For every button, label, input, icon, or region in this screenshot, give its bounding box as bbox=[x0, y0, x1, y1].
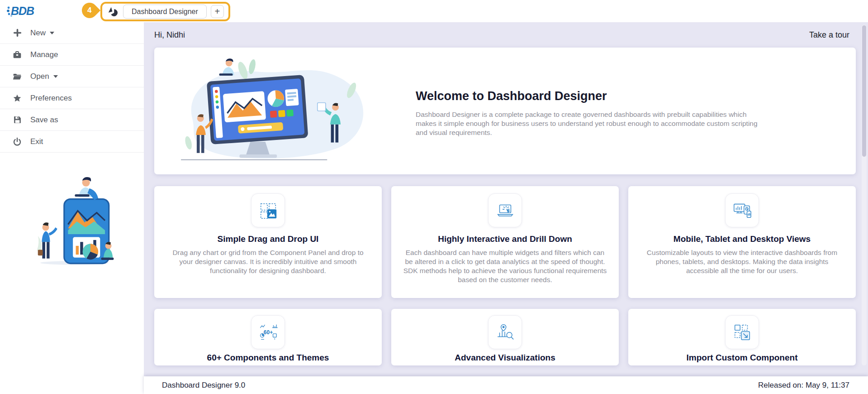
welcome-description: Dashboard Designer is a complete package… bbox=[416, 110, 759, 137]
power-icon bbox=[12, 137, 22, 147]
card-description: Drag any chart or grid from the Componen… bbox=[166, 248, 370, 275]
welcome-title: Welcome to Dashboard Designer bbox=[416, 89, 759, 103]
tab-label: Dashboard Designer bbox=[132, 8, 198, 16]
drag-drop-icon bbox=[251, 193, 285, 227]
sidebar-item-label: Exit bbox=[30, 137, 43, 146]
card-description: Each dashboard can have multiple widgets… bbox=[403, 248, 607, 284]
sidebar-item-save-as[interactable]: Save as bbox=[0, 109, 144, 131]
plus-icon bbox=[12, 28, 22, 38]
sidebar-item-label: New bbox=[30, 29, 46, 38]
bdb-logo[interactable]: BDB bbox=[6, 4, 42, 18]
card-device-views[interactable]: Mobile, Tablet and Desktop Views Customi… bbox=[628, 186, 856, 298]
components-count-glyph: 60+ bbox=[263, 329, 272, 336]
card-description: Evolve your dashboards and analyze data … bbox=[403, 365, 607, 365]
folder-icon bbox=[12, 72, 22, 82]
devices-icon bbox=[725, 193, 759, 227]
logo-text: BDB bbox=[11, 5, 34, 17]
import-component-icon bbox=[725, 315, 759, 349]
release-date-text: Released on: May 9, 11:37 bbox=[758, 381, 849, 390]
sidebar-item-new[interactable]: New bbox=[0, 22, 144, 44]
tab-strip-highlight: Dashboard Designer + bbox=[100, 2, 230, 21]
main-header: Hi, Nidhi Take a tour bbox=[154, 22, 856, 48]
scrollbar-thumb[interactable] bbox=[862, 25, 866, 157]
footer: Dashboard Designer 9.0 Released on: May … bbox=[144, 376, 868, 394]
card-advanced-visualizations[interactable]: Advanced Visualizations Evolve your dash… bbox=[391, 309, 619, 365]
tab-dashboard-designer[interactable]: Dashboard Designer bbox=[123, 5, 207, 19]
briefcase-icon bbox=[12, 50, 22, 60]
sidebar-item-manage[interactable]: Manage bbox=[0, 44, 144, 66]
advanced-visualizations-icon bbox=[488, 315, 522, 349]
sidebar-item-label: Preferences bbox=[30, 94, 72, 103]
main-content: Hi, Nidhi Take a tour bbox=[144, 22, 868, 376]
card-description: Incorporate any third party visualizatio… bbox=[640, 365, 844, 365]
dashboard-pie-icon bbox=[107, 6, 119, 18]
card-components-themes[interactable]: 60+ 60+ Components and Themes Check out … bbox=[154, 309, 382, 365]
card-simple-drag-drop[interactable]: Simple Drag and Drop UI Drag any chart o… bbox=[154, 186, 382, 298]
card-title: Simple Drag and Drop UI bbox=[166, 234, 370, 244]
save-icon bbox=[12, 115, 22, 125]
scrollbar-track[interactable] bbox=[862, 25, 867, 365]
card-import-custom-component[interactable]: Import Custom Component Incorporate any … bbox=[628, 309, 856, 365]
sidebar-item-label: Save as bbox=[30, 115, 58, 125]
sidebar-item-open[interactable]: Open bbox=[0, 66, 144, 87]
interactive-drilldown-icon bbox=[488, 193, 522, 227]
welcome-text-block: Welcome to Dashboard Designer Dashboard … bbox=[416, 48, 759, 174]
star-icon bbox=[12, 93, 22, 103]
app-version-text: Dashboard Designer 9.0 bbox=[162, 381, 245, 390]
card-title: Import Custom Component bbox=[640, 353, 844, 363]
tour-step-number: 4 bbox=[87, 6, 91, 15]
sidebar-item-label: Open bbox=[30, 72, 49, 81]
sidebar-item-exit[interactable]: Exit bbox=[0, 131, 144, 153]
sidebar: New Manage Open Preferences bbox=[0, 22, 144, 394]
card-title: Advanced Visualizations bbox=[403, 353, 607, 363]
welcome-card: Welcome to Dashboard Designer Dashboard … bbox=[154, 48, 856, 174]
card-highly-interactive[interactable]: Highly Interactive and Drill Down Each d… bbox=[391, 186, 619, 298]
feature-cards-row-1: Simple Drag and Drop UI Drag any chart o… bbox=[154, 186, 856, 298]
card-description: Customizable layouts to view the interac… bbox=[640, 248, 844, 275]
chevron-down-icon bbox=[53, 75, 58, 78]
greeting-text: Hi, Nidhi bbox=[154, 30, 185, 40]
tour-step-badge: 4 bbox=[79, 0, 100, 21]
card-description: Check out our exclusive range of visuali… bbox=[166, 365, 370, 365]
sidebar-item-preferences[interactable]: Preferences bbox=[0, 87, 144, 109]
add-tab-button[interactable]: + bbox=[211, 5, 224, 18]
sidebar-illustration bbox=[0, 169, 144, 266]
welcome-illustration bbox=[154, 48, 376, 174]
components-themes-icon: 60+ bbox=[251, 315, 285, 349]
card-title: Highly Interactive and Drill Down bbox=[403, 234, 607, 244]
sidebar-item-label: Manage bbox=[30, 50, 58, 59]
feature-cards-row-2: 60+ 60+ Components and Themes Check out … bbox=[154, 309, 856, 365]
take-a-tour-link[interactable]: Take a tour bbox=[809, 30, 849, 40]
chevron-down-icon bbox=[50, 32, 54, 34]
card-title: 60+ Components and Themes bbox=[166, 353, 370, 363]
card-title: Mobile, Tablet and Desktop Views bbox=[640, 234, 844, 244]
topbar: BDB 4 Dashboard Designer + bbox=[0, 0, 868, 22]
